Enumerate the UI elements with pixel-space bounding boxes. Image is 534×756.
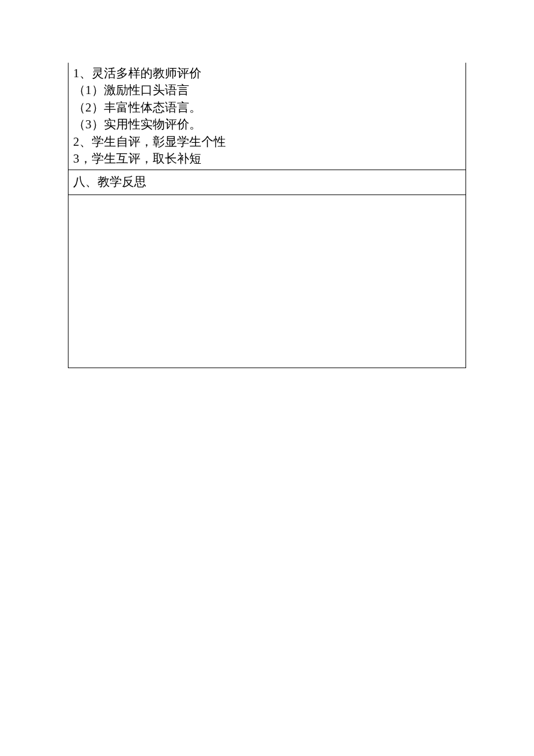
text-line: 2、学生自评，彰显学生个性 (73, 134, 461, 150)
section-8-title: 八、教学反思 (73, 175, 146, 189)
text-line: 3，学生互评，取长补短 (73, 150, 461, 167)
document-table: 1、灵活多样的教师评价 （1）激励性口头语言 （2）丰富性体态语言。 （3）实用… (68, 63, 466, 368)
section-8-header-cell: 八、教学反思 (68, 170, 466, 195)
text-line: （2）丰富性体态语言。 (73, 99, 461, 116)
section-8-content-cell (68, 195, 466, 368)
text-line: （1）激励性口头语言 (73, 82, 461, 99)
text-line: （3）实用性实物评价。 (73, 116, 461, 133)
section-7-content-cell: 1、灵活多样的教师评价 （1）激励性口头语言 （2）丰富性体态语言。 （3）实用… (68, 63, 466, 170)
text-line: 1、灵活多样的教师评价 (73, 65, 461, 82)
